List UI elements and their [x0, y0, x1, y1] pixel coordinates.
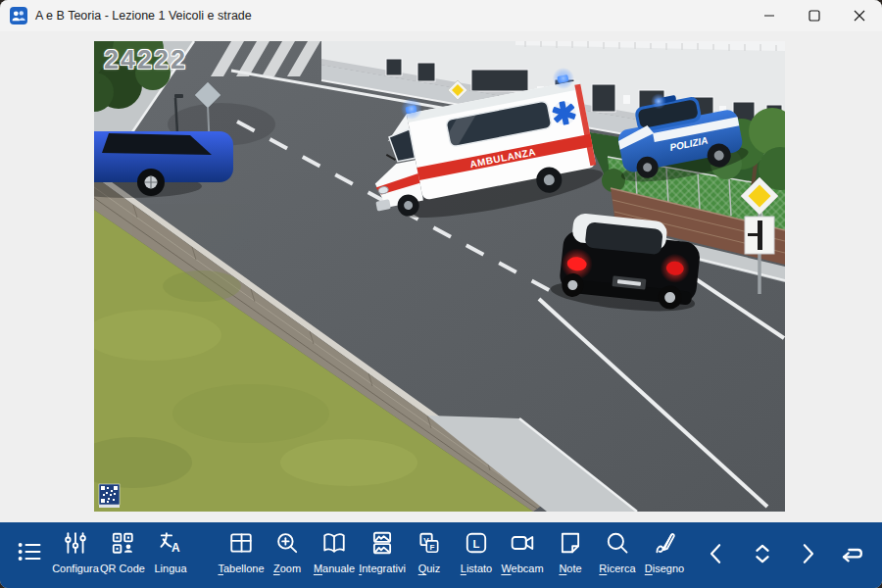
pen-icon — [637, 530, 692, 560]
toolbar-label: Webcam — [495, 563, 550, 574]
toolbar-label: QR Code — [95, 563, 150, 574]
toolbar-label: Disegno — [637, 563, 692, 574]
toolbar-button-disegno[interactable]: Disegno — [637, 528, 692, 583]
jump-button[interactable] — [745, 536, 780, 571]
svg-text:A: A — [172, 541, 180, 555]
toolbar-label: Manuale — [307, 563, 362, 574]
lesson-image[interactable]: POLIZIA AMBULANZA — [94, 41, 785, 512]
toolbar-button-qr-code[interactable]: QR Code — [95, 528, 150, 583]
title-bar: A e B Teoria - Lezione 1 Veicoli e strad… — [0, 0, 882, 32]
return-button[interactable] — [834, 536, 869, 571]
image-number: 24222 — [104, 45, 187, 75]
toolbar: Configura QR Code A Lingua Tabellone Zoo… — [0, 522, 882, 588]
prev-button[interactable] — [699, 536, 734, 571]
content-area: POLIZIA AMBULANZA — [0, 31, 882, 522]
camera-icon — [495, 530, 550, 560]
close-button[interactable] — [837, 0, 882, 31]
book-icon — [307, 530, 362, 560]
svg-text:F: F — [429, 543, 434, 552]
minimize-button[interactable] — [747, 0, 792, 31]
app-icon — [10, 7, 27, 24]
window-title: A e B Teoria - Lezione 1 Veicoli e strad… — [35, 0, 252, 31]
translate-icon: A — [143, 530, 198, 560]
next-button[interactable] — [790, 536, 825, 571]
app-window: A e B Teoria - Lezione 1 Veicoli e strad… — [0, 0, 882, 588]
qr-code-stamp — [99, 484, 120, 508]
toolbar-button-lingua[interactable]: A Lingua — [143, 528, 198, 583]
qr-code-icon — [95, 530, 150, 560]
toolbar-button-manuale[interactable]: Manuale — [307, 528, 362, 583]
toolbar-button-webcam[interactable]: Webcam — [495, 528, 550, 583]
toolbar-label: Lingua — [143, 563, 198, 574]
maximize-button[interactable] — [792, 0, 837, 31]
svg-text:L: L — [473, 538, 480, 550]
